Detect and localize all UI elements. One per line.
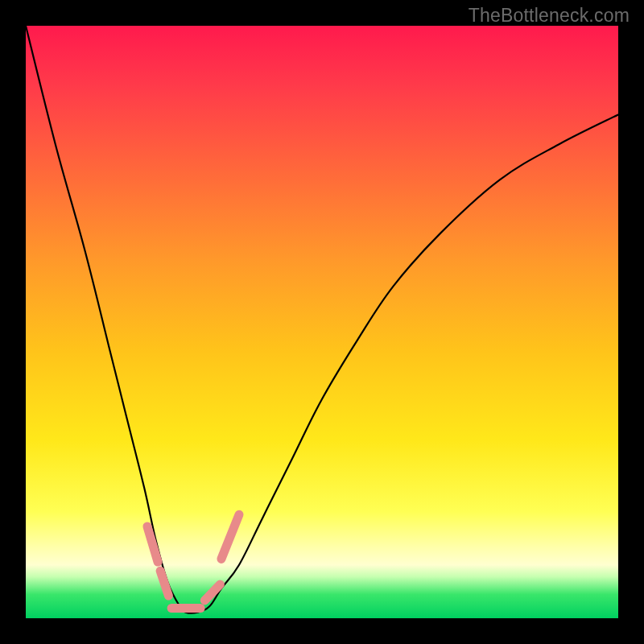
curve-marker-segment <box>160 571 168 596</box>
curve-marker-segment <box>147 526 158 562</box>
curve-markers <box>147 514 239 608</box>
chart-plot-area <box>26 26 618 618</box>
bottleneck-curve-svg <box>26 26 618 618</box>
curve-marker-segment <box>221 514 239 559</box>
watermark-text: TheBottleneck.com <box>469 5 630 27</box>
bottleneck-curve-line <box>26 26 618 613</box>
curve-marker-segment <box>204 584 220 601</box>
